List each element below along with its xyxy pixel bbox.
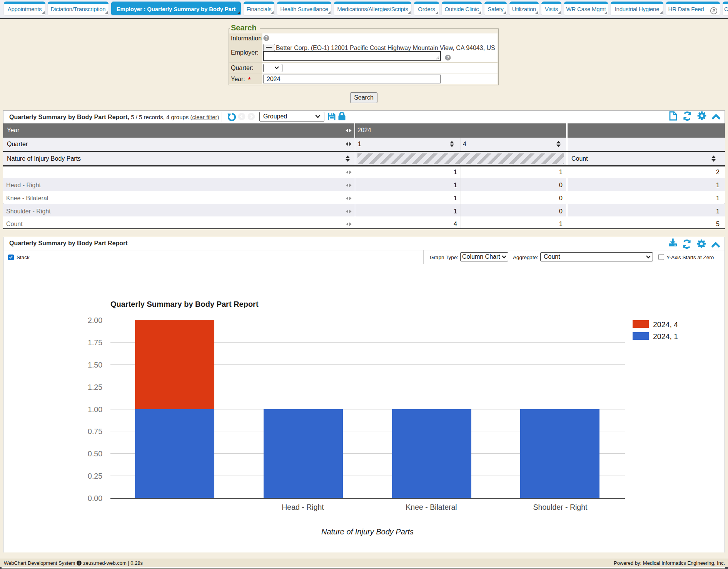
- svg-text:?: ?: [265, 35, 267, 41]
- svg-text:?: ?: [446, 55, 449, 60]
